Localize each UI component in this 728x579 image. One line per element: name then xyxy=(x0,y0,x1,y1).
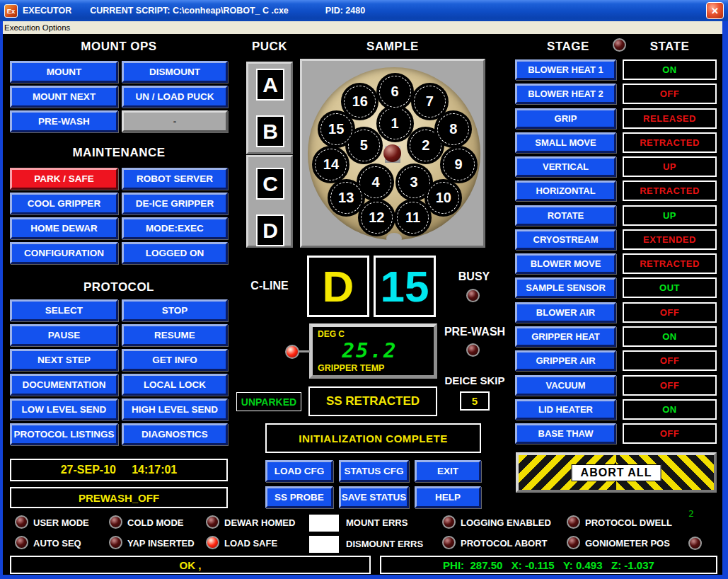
state-value-blower-air: OFF xyxy=(623,302,717,323)
sample-position-6[interactable]: 6 xyxy=(376,73,414,110)
stage-button-blower-move[interactable]: BLOWER MOVE xyxy=(515,253,616,274)
gripper-temp-led xyxy=(285,345,299,359)
sample-position-number: 7 xyxy=(426,93,434,110)
logging-enabled-led xyxy=(442,515,456,529)
state-value-lid-heater: ON xyxy=(623,399,717,420)
close-icon[interactable]: ✕ xyxy=(706,2,724,19)
button-mount[interactable]: MOUNT xyxy=(10,61,118,83)
cold-mode-label: COLD MODE xyxy=(127,517,183,528)
button-de-ice-gripper[interactable]: DE-ICE GRIPPER xyxy=(122,193,228,214)
mount-errs-box xyxy=(309,515,339,532)
button-help[interactable]: HELP xyxy=(415,486,481,508)
stage-button-grip[interactable]: GRIP xyxy=(515,108,616,129)
protocol-abort-led xyxy=(442,536,456,549)
button-park-safe[interactable]: PARK / SAFE xyxy=(10,168,118,190)
stage-button-gripper-heat[interactable]: GRIPPER HEAT xyxy=(515,326,616,347)
sample-positions: 12345678910111213141516 xyxy=(302,61,483,246)
stage-button-blower-air[interactable]: BLOWER AIR xyxy=(515,302,616,323)
button-pre-wash[interactable]: PRE-WASH xyxy=(10,110,118,132)
stage-button-vertical[interactable]: VERTICAL xyxy=(515,156,616,177)
stage-button-horizontal[interactable]: HORIZONTAL xyxy=(515,180,616,201)
gripper-temp-name: GRIPPER TEMP xyxy=(318,363,384,373)
goniometer-pos-label: GONIOMETER POS xyxy=(585,538,670,549)
sample-position-number: 4 xyxy=(371,174,379,190)
button-documentation[interactable]: DOCUMENTATION xyxy=(10,374,118,396)
state-value-blower-heat-1: ON xyxy=(623,59,717,80)
sample-position-16[interactable]: 16 xyxy=(341,83,379,120)
stage-button-blower-heat-1[interactable]: BLOWER HEAT 1 xyxy=(515,59,616,80)
button-robot-server[interactable]: ROBOT SERVER xyxy=(122,168,228,190)
button-configuration[interactable]: CONFIGURATION xyxy=(10,242,118,264)
button-load-cfg[interactable]: LOAD CFG xyxy=(265,460,333,482)
puck-slot-c[interactable]: C xyxy=(256,168,284,200)
sample-position-11[interactable]: 11 xyxy=(394,199,432,236)
puck-slot-b[interactable]: B xyxy=(256,115,284,147)
stage-column-header: STAGE xyxy=(515,40,621,54)
pid-label: PID: 2480 xyxy=(325,6,365,16)
button-un-load-puck[interactable]: UN / LOAD PUCK xyxy=(122,86,228,108)
button-local-lock[interactable]: LOCAL LOCK xyxy=(122,374,228,396)
stage-button-gripper-air[interactable]: GRIPPER AIR xyxy=(515,350,616,371)
button-cool-gripper[interactable]: COOL GRIPPER xyxy=(10,193,118,214)
state-value-horizontal: RETRACTED xyxy=(623,180,717,201)
puck-slot-d[interactable]: D xyxy=(256,214,284,246)
window-border-right xyxy=(722,21,728,579)
menu-bar: Execution Options xyxy=(0,21,728,34)
sample-position-number: 6 xyxy=(391,84,398,100)
puck-slot-a[interactable]: A xyxy=(256,69,284,101)
section-buttons-maintenance: PARK / SAFEROBOT SERVERCOOL GRIPPERDE-IC… xyxy=(10,168,228,264)
mount-errs-label: MOUNT ERRS xyxy=(346,517,408,528)
sample-position-13[interactable]: 13 xyxy=(328,179,365,217)
sample-position-9[interactable]: 9 xyxy=(440,146,478,183)
button-get-info[interactable]: GET INFO xyxy=(122,349,228,371)
sample-position-number: 5 xyxy=(360,137,368,154)
deice-skip-value: 5 xyxy=(460,391,490,411)
stage-button-cryostream[interactable]: CRYOSTREAM xyxy=(515,229,616,250)
menu-execution-options[interactable]: Execution Options xyxy=(0,21,74,34)
button-resume[interactable]: RESUME xyxy=(122,324,228,346)
button-ss-probe[interactable]: SS PROBE xyxy=(265,486,333,508)
state-value-blower-heat-2: OFF xyxy=(623,84,717,104)
button-stop[interactable]: STOP xyxy=(122,299,228,321)
sample-position-number: 13 xyxy=(338,190,354,206)
sample-position-number: 3 xyxy=(410,174,417,190)
stage-button-small-move[interactable]: SMALL MOVE xyxy=(515,132,616,153)
stage-button-blower-heat-2[interactable]: BLOWER HEAT 2 xyxy=(515,84,616,104)
sample-position-14[interactable]: 14 xyxy=(312,146,349,183)
stage-button-vacuum[interactable]: VACUUM xyxy=(515,375,616,396)
button-logged-on[interactable]: LOGGED ON xyxy=(122,242,228,264)
button-home-dewar[interactable]: HOME DEWAR xyxy=(10,217,118,239)
button-save-status[interactable]: SAVE STATUS xyxy=(339,486,409,508)
abort-all-button[interactable]: ABORT ALL xyxy=(516,452,717,493)
button-mode-exec[interactable]: MODE:EXEC xyxy=(122,217,228,239)
deice-skip-label: DEICE SKIP xyxy=(440,374,509,386)
button-exit[interactable]: EXIT xyxy=(415,460,481,482)
current-script-label: CURRENT SCRIPT: C:\conheap\ROBOT_ C .cxe xyxy=(90,6,289,16)
busy-led xyxy=(466,289,480,302)
button-pause[interactable]: PAUSE xyxy=(10,324,118,346)
stage-button-rotate[interactable]: ROTATE xyxy=(515,205,616,226)
protocol-dwell-led xyxy=(567,515,580,529)
button-low-level-send[interactable]: LOW LEVEL SEND xyxy=(10,399,118,420)
park-status-box: UNPARKED xyxy=(236,392,301,411)
sample-position-8[interactable]: 8 xyxy=(434,110,472,148)
sample-position-number: 2 xyxy=(422,137,429,154)
button-blank[interactable]: - xyxy=(122,110,228,132)
datetime-box: 27-SEP-10 14:17:01 xyxy=(10,459,228,481)
button-diagnostics[interactable]: DIAGNOSTICS xyxy=(122,423,228,445)
button-dismount[interactable]: DISMOUNT xyxy=(122,61,228,83)
button-select[interactable]: SELECT xyxy=(10,299,118,321)
yap-inserted-label: YAP INSERTED xyxy=(127,538,195,549)
prewash-led xyxy=(466,343,480,357)
stage-button-lid-heater[interactable]: LID HEATER xyxy=(515,399,616,420)
button-next-step[interactable]: NEXT STEP xyxy=(10,349,118,371)
sample-position-number: 8 xyxy=(449,121,457,137)
button-high-level-send[interactable]: HIGH LEVEL SEND xyxy=(122,399,228,420)
stage-button-sample-sensor[interactable]: SAMPLE SENSOR xyxy=(515,277,616,298)
button-mount-next[interactable]: MOUNT NEXT xyxy=(10,86,118,108)
state-value-sample-sensor: OUT xyxy=(623,277,717,298)
button-status-cfg[interactable]: STATUS CFG xyxy=(339,460,409,482)
state-value-vertical: UP xyxy=(623,156,717,177)
stage-button-base-thaw[interactable]: BASE THAW xyxy=(515,423,616,444)
button-protocol-listings[interactable]: PROTOCOL LISTINGS xyxy=(10,423,118,445)
